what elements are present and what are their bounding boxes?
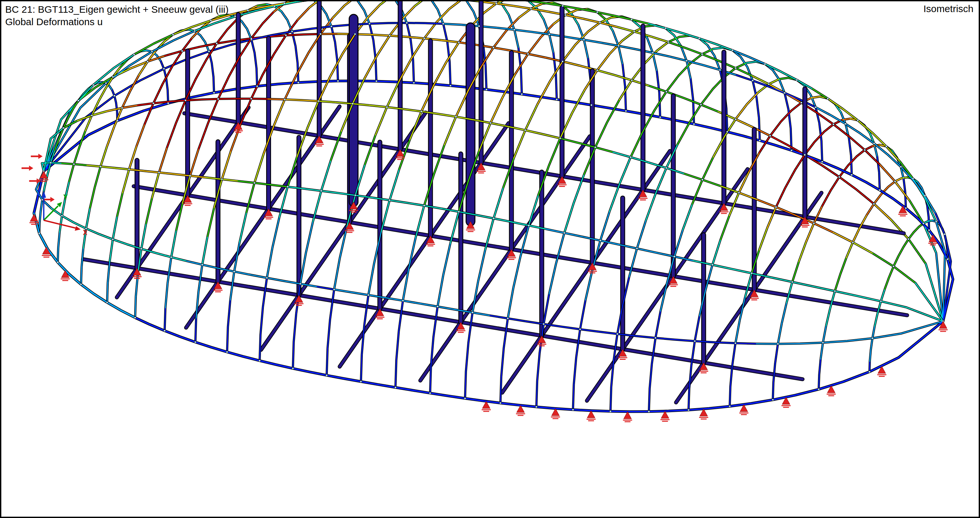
x-axis-arrow <box>44 220 76 228</box>
x-axis-label: X <box>83 228 87 237</box>
axis-triad: Z Y X <box>27 179 103 243</box>
structure-model-canvas[interactable] <box>1 1 980 518</box>
title-line1: BC 21: BGT113_Eigen gewicht + Sneeuw gev… <box>5 3 229 16</box>
x-axis-arrowhead <box>75 226 81 231</box>
graphics-viewport[interactable]: BC 21: BGT113_Eigen gewicht + Sneeuw gev… <box>0 0 980 518</box>
z-axis-label: Z <box>37 188 41 197</box>
view-orientation-label: Isometrisch <box>924 3 974 14</box>
z-axis-arrowhead <box>41 191 46 198</box>
y-axis-arrow <box>44 206 58 220</box>
load-case-title: BC 21: BGT113_Eigen gewicht + Sneeuw gev… <box>5 3 229 28</box>
y-axis-label: Y <box>64 193 68 201</box>
title-line2: Global Deformations u <box>5 16 229 28</box>
